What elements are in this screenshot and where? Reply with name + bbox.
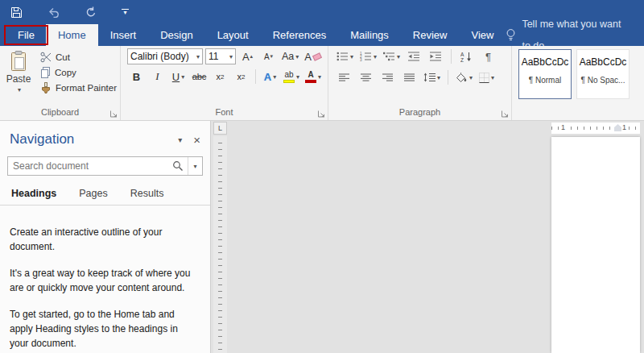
align-right-button[interactable] — [378, 69, 397, 85]
format-painter-button[interactable]: Format Painter — [40, 82, 117, 93]
chevron-down-icon: ▾ — [318, 73, 321, 81]
tell-me-box[interactable]: Tell me what you want to do... — [506, 24, 644, 46]
strikethrough-button[interactable]: abc — [190, 69, 208, 85]
chevron-down-icon: ▾ — [437, 74, 440, 81]
clipboard-group-label: Clipboard — [0, 106, 120, 120]
chevron-down-icon: ▾ — [296, 73, 299, 81]
italic-button[interactable]: I — [148, 69, 167, 85]
decrease-indent-button[interactable] — [405, 48, 423, 64]
underline-icon: U — [172, 71, 180, 83]
document-page[interactable] — [551, 137, 640, 353]
increase-indent-button[interactable] — [427, 48, 445, 64]
justify-button[interactable] — [400, 69, 419, 85]
shrink-font-button[interactable]: A ▾ — [259, 48, 278, 64]
save-icon — [10, 6, 23, 19]
underline-button[interactable]: U ▾ — [169, 69, 188, 85]
show-hide-marks-button[interactable]: ¶ — [479, 48, 497, 64]
eraser-icon — [312, 52, 322, 61]
lightbulb-icon — [506, 28, 516, 42]
borders-button[interactable]: ▾ — [477, 69, 496, 85]
font-name-value: Calibri (Body) — [130, 51, 189, 62]
subscript-button[interactable]: x2 — [211, 69, 229, 85]
highlight-color-button[interactable]: ab ▾ — [282, 69, 301, 85]
clipboard-group: Paste ▾ Cut Copy — [0, 46, 121, 120]
redo-button[interactable] — [85, 6, 97, 18]
tab-design[interactable]: Design — [148, 24, 204, 46]
chevron-down-icon: ▾ — [229, 53, 233, 60]
chevron-down-icon: ▾ — [397, 53, 400, 60]
quick-access-toolbar: ▾ — [0, 6, 129, 19]
tab-references[interactable]: References — [261, 24, 338, 46]
tab-file-label: File — [18, 29, 35, 41]
clipboard-dialog-launcher[interactable] — [110, 110, 118, 118]
tab-headings[interactable]: Headings — [11, 188, 56, 205]
search-input[interactable] — [8, 160, 168, 172]
borders-icon — [479, 73, 489, 83]
paste-button[interactable]: Paste ▾ — [3, 48, 34, 106]
search-options-button[interactable]: ▾ — [188, 157, 202, 175]
navigation-body: Create an interactive outline of your do… — [0, 206, 210, 351]
multilevel-list-icon — [383, 52, 395, 61]
tab-mailings[interactable]: Mailings — [338, 24, 401, 46]
chevron-down-icon: ▾ — [123, 10, 126, 15]
copy-label: Copy — [55, 68, 76, 77]
align-left-button[interactable] — [335, 69, 353, 85]
clear-formatting-button[interactable]: A — [303, 48, 323, 64]
undo-icon — [47, 7, 60, 18]
search-icon — [172, 160, 184, 172]
font-group-label: Font — [121, 106, 328, 120]
font-name-select[interactable]: Calibri (Body) ▾ — [127, 48, 203, 64]
ruler-number: 1 — [621, 123, 628, 131]
sort-button[interactable]: AZ — [457, 48, 476, 64]
justify-icon — [404, 73, 415, 82]
numbering-button[interactable]: 123 ▾ — [358, 48, 378, 64]
search-box: ▾ — [7, 156, 203, 176]
highlight-color-bar — [283, 80, 295, 83]
bullets-button[interactable]: ▾ — [335, 48, 355, 64]
cut-button[interactable]: Cut — [40, 52, 117, 63]
font-size-select[interactable]: 11 ▾ — [205, 48, 236, 64]
tab-results[interactable]: Results — [130, 188, 164, 205]
tab-view[interactable]: View — [459, 24, 506, 46]
tab-file[interactable]: File — [6, 24, 46, 46]
format-painter-icon — [40, 82, 52, 93]
font-color-button[interactable]: A ▾ — [303, 69, 323, 85]
align-right-icon — [382, 73, 393, 82]
tab-pages[interactable]: Pages — [79, 188, 107, 205]
save-button[interactable] — [10, 6, 23, 19]
ribbon: Paste ▾ Cut Copy — [0, 46, 644, 121]
styles-group: AaBbCcDc ¶ Normal AaBbCcDc ¶ No Spac... — [512, 46, 644, 120]
ribbon-tab-row: File Home Insert Design Layout Reference… — [0, 24, 644, 46]
shading-button[interactable]: ▾ — [454, 69, 474, 85]
paragraph-group-label: Paragraph — [328, 106, 511, 120]
up-arrow-icon: ▴ — [250, 53, 254, 60]
undo-button[interactable] — [47, 7, 60, 18]
paragraph-dialog-launcher[interactable] — [502, 110, 509, 118]
copy-button[interactable]: Copy — [40, 67, 117, 78]
search-button[interactable] — [168, 157, 188, 175]
divider — [448, 70, 448, 85]
font-dialog-launcher[interactable] — [318, 110, 325, 118]
svg-text:Z: Z — [460, 57, 464, 62]
close-icon[interactable]: × — [193, 134, 200, 146]
text-effects-button[interactable]: A ▾ — [261, 69, 279, 85]
customize-quick-access-button[interactable]: ▾ — [122, 9, 129, 15]
superscript-button[interactable]: x2 — [232, 69, 250, 85]
tab-home[interactable]: Home — [46, 24, 98, 46]
decrease-indent-icon — [408, 52, 420, 61]
navigation-options-button[interactable]: ▾ — [178, 135, 182, 144]
line-spacing-button[interactable]: ▾ — [422, 69, 442, 85]
tab-selector[interactable]: L — [213, 122, 227, 135]
grow-font-button[interactable]: A ▴ — [238, 48, 257, 64]
bold-button[interactable]: B — [127, 69, 146, 85]
tab-review[interactable]: Review — [401, 24, 460, 46]
change-case-button[interactable]: Aa ▾ — [280, 48, 300, 64]
tab-layout[interactable]: Layout — [205, 24, 261, 46]
multilevel-list-button[interactable]: ▾ — [382, 48, 402, 64]
style-normal[interactable]: AaBbCcDc ¶ Normal — [518, 49, 572, 99]
align-center-button[interactable] — [357, 69, 375, 85]
chevron-down-icon: ▾ — [295, 53, 299, 60]
style-no-spacing[interactable]: AaBbCcDc ¶ No Spac... — [576, 49, 630, 99]
chevron-down-icon: ▾ — [181, 73, 184, 81]
tab-insert[interactable]: Insert — [98, 24, 149, 46]
